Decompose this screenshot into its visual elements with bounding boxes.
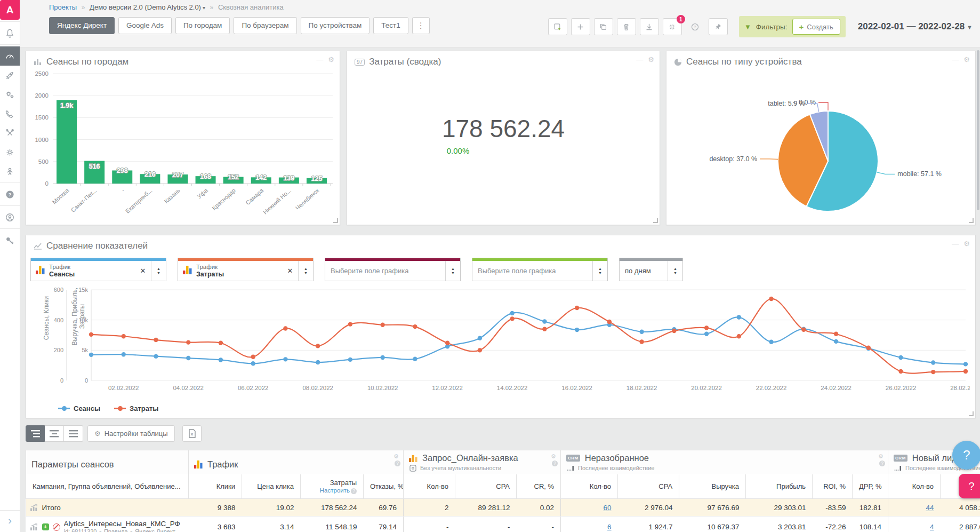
select-arrows-icon[interactable]: ▲▼ [592,261,607,281]
legend-item-sessions[interactable]: Сеансы [58,404,100,412]
sessions-by-device-chart: -: 0.0 %mobile: 57.1 %desktop: 37.0 %tab… [668,69,975,224]
select-arrows-icon[interactable]: ▲▼ [668,261,682,281]
tab-by-cities[interactable]: По городам [175,17,230,34]
tab-google-ads[interactable]: Google Ads [118,17,172,34]
tools-icon[interactable] [0,123,20,142]
cell-count-lead-link[interactable]: 44 [926,504,934,512]
minimize-icon[interactable]: — [952,240,959,248]
help-question-button[interactable]: ? [686,18,705,35]
widget-gear-icon[interactable]: ⚙ [963,55,970,63]
widget-gear-icon[interactable]: ⚙ [963,240,970,248]
col-count-request[interactable]: Кол-во [404,474,455,499]
help-icon: ? [351,488,357,494]
copy-button[interactable] [594,18,613,35]
user-person-icon[interactable] [0,162,20,181]
date-range-picker[interactable]: 2022-02-01 — 2022-02-28▼ [858,21,973,32]
cell-cpa-lead: 2 887.05 [941,517,980,532]
tab-yandex-direct[interactable]: Яндекс Директ [49,17,115,34]
target-icon [409,465,416,472]
clear-metric-icon[interactable]: ✕ [135,267,151,275]
export-excel-button[interactable]: x [182,425,202,442]
col-cr-request[interactable]: CR, % [517,474,561,499]
view-flat-button[interactable] [64,425,83,442]
create-filter-button[interactable]: + Создать [792,19,840,35]
download-button[interactable] [640,18,659,35]
support-chat-button[interactable]: ? [952,441,980,470]
svg-text:600: 600 [54,287,63,293]
metric-select-empty-2[interactable]: Выберите поле графика ▲▼ [472,258,608,281]
minimize-icon[interactable]: — [636,55,643,63]
col-drr[interactable]: ДРР, % [853,474,888,499]
pin-button[interactable] [709,18,728,35]
expand-plus-icon[interactable]: + [42,523,49,530]
notifications-bell-icon[interactable] [0,23,20,43]
col-campaign[interactable]: Кампания, Группа объявлений, Объявление.… [26,474,189,499]
tab-by-browsers[interactable]: По браузерам [234,17,296,34]
cell-count-lead-link[interactable]: 4 [930,523,934,531]
minimize-icon[interactable]: — [316,55,323,63]
metric-select-empty-1[interactable]: Выберите поле графика ▲▼ [325,258,461,281]
col-clicks[interactable]: Клики [189,474,242,499]
key-icon[interactable] [0,231,20,250]
view-tree-full-button[interactable] [26,425,45,442]
legend-item-costs[interactable]: Затраты [114,404,158,412]
select-arrows-icon[interactable]: ▲▼ [445,261,460,281]
chevron-down-icon[interactable]: ▾ [203,5,205,11]
select-arrows-icon[interactable]: ▲▼ [151,261,166,281]
col-cpc[interactable]: Цена клика [242,474,301,499]
group-help-icon[interactable]: ? [879,460,885,466]
col-roi[interactable]: ROI, % [813,474,853,499]
add-dashboard-button[interactable] [548,18,567,35]
group-gear-icon[interactable]: ⚙ [393,454,400,459]
group-help-icon[interactable]: ? [395,460,400,466]
col-revenue[interactable]: Выручка [679,474,746,499]
settings-gear-button[interactable]: 1 [663,18,682,35]
add-widget-button[interactable] [571,18,590,35]
tab-test1[interactable]: Тест1 [373,17,408,34]
rocket-icon[interactable] [0,66,20,85]
configure-costs-link[interactable]: Настроить [320,487,350,494]
widget-gear-icon[interactable]: ⚙ [328,55,334,63]
group-help-icon[interactable]: ? [552,460,558,466]
dashboard-gauge-icon[interactable] [0,46,20,66]
breadcrumb-projects-link[interactable]: Проекты [49,3,77,11]
profile-icon[interactable] [0,208,20,227]
sidebar-expand-chevron[interactable]: › [0,510,20,530]
automation-gears-icon[interactable] [0,85,20,104]
help-icon[interactable]: ? [0,185,20,204]
cell-count-unsorted-link[interactable]: 6 [607,523,612,531]
group-gear-icon[interactable]: ⚙ [551,454,558,459]
granularity-select[interactable]: по дням ▲▼ [619,258,683,281]
svg-text:Екатеринб...: Екатеринб... [124,187,154,215]
vertical-scrollbar-thumb[interactable] [977,50,979,210]
blocked-icon[interactable] [53,523,60,531]
row-name[interactable]: Alytics_Интересы_Новая_КМС_РФ [64,520,180,528]
tabs-more-icon[interactable]: ⋮ [412,17,430,34]
help-widget-button[interactable]: ? [959,474,980,498]
settings-gear-icon[interactable] [0,142,20,162]
col-count-lead[interactable]: Кол-во [888,474,941,499]
col-count-unsorted[interactable]: Кол-во [561,474,618,499]
col-cpa-unsorted[interactable]: CPA [618,474,679,499]
table-settings-button[interactable]: ⚙ Настройки таблицы [87,425,175,442]
widget-gear-icon[interactable]: ⚙ [648,55,654,63]
app-logo[interactable]: A [0,0,20,20]
metric-select-costs[interactable]: Трафик Затраты ✕ ▲▼ [178,258,314,281]
tab-by-devices[interactable]: По устройствам [301,17,370,34]
cell-count-unsorted-link[interactable]: 60 [604,504,612,512]
col-bounce[interactable]: Отказы, % [364,474,404,499]
col-profit[interactable]: Прибыль [746,474,813,499]
calls-phone-icon[interactable] [0,104,20,123]
view-tree-mid-button[interactable] [45,425,64,442]
delete-trash-button[interactable] [617,18,636,35]
metric-select-sessions[interactable]: Трафик Сеансы ✕ ▲▼ [30,258,166,281]
col-costs[interactable]: Затраты Настроить? [301,474,364,499]
metric-name: Затраты [196,271,282,278]
select-arrows-icon[interactable]: ▲▼ [298,261,313,281]
group-gear-icon[interactable]: ⚙ [878,454,885,459]
crm-tag: CRM [894,455,907,462]
minimize-icon[interactable]: — [952,55,959,63]
breadcrumb-project[interactable]: Демо версии 2.0 (Demo Alytics 2.0) [90,3,201,11]
clear-metric-icon[interactable]: ✕ [282,267,298,275]
col-cpa-request[interactable]: CPA [455,474,517,499]
